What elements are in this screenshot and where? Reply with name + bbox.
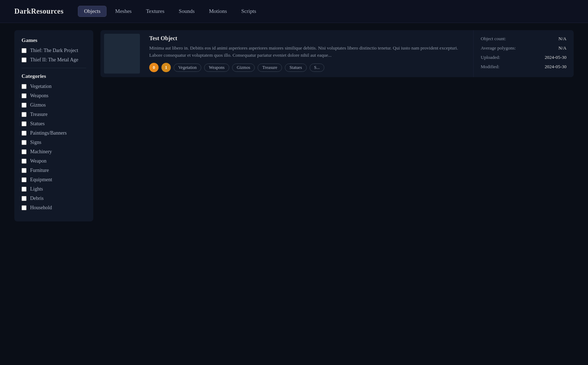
gizmos-label: Gizmos	[30, 102, 46, 108]
paintings-checkbox[interactable]	[22, 131, 27, 136]
statues-label: Statues	[30, 121, 44, 127]
navigation: DarkResources Objects Meshes Textures So…	[0, 0, 588, 23]
avg-polygons-value: N/A	[559, 45, 566, 51]
sidebar-item-statues[interactable]: Statues	[22, 121, 86, 127]
nav-item-meshes[interactable]: Meshes	[109, 6, 137, 17]
avg-polygons-label: Average polygons:	[481, 45, 516, 51]
vegetation-checkbox[interactable]	[22, 84, 27, 89]
thief1-checkbox[interactable]	[22, 48, 27, 53]
signs-checkbox[interactable]	[22, 140, 27, 145]
gizmos-checkbox[interactable]	[22, 103, 27, 108]
object-tags-row: 0 1 Vegetation Weapons Gizmos Treasure S…	[149, 63, 467, 72]
stat-row-uploaded: Uploaded: 2024-05-30	[481, 55, 566, 60]
nav-item-scripts[interactable]: Scripts	[236, 6, 262, 17]
thief2-checkbox[interactable]	[22, 57, 27, 62]
uploaded-value: 2024-05-30	[545, 55, 566, 60]
sidebar: Games Thief: The Dark Project Thief II: …	[14, 30, 93, 221]
thief1-label: Thief: The Dark Project	[30, 48, 78, 53]
stat-row-modified: Modified: 2024-05-30	[481, 64, 566, 70]
object-card: Test Object Minima aut libero in. Debiti…	[100, 30, 574, 77]
paintings-label: Paintings/Banners	[30, 130, 67, 136]
weapon-label: Weapon	[30, 158, 47, 164]
object-description: Minima aut libero in. Debitis eos id ani…	[149, 45, 467, 59]
sidebar-item-paintings[interactable]: Paintings/Banners	[22, 130, 86, 136]
weapons-label: Weapons	[30, 93, 48, 99]
lights-checkbox[interactable]	[22, 187, 27, 192]
categories-section-title: Categories	[22, 73, 86, 79]
statues-checkbox[interactable]	[22, 121, 27, 126]
sidebar-item-thief1[interactable]: Thief: The Dark Project	[22, 48, 86, 53]
modified-value: 2024-05-30	[545, 64, 566, 70]
object-thumbnail	[104, 34, 140, 74]
sidebar-item-signs[interactable]: Signs	[22, 140, 86, 145]
modified-label: Modified:	[481, 64, 499, 70]
weapon-checkbox[interactable]	[22, 159, 27, 164]
furniture-checkbox[interactable]	[22, 168, 27, 173]
sidebar-item-thief2[interactable]: Thief II: The Metal Age	[22, 57, 86, 63]
sidebar-divider	[22, 68, 86, 68]
furniture-label: Furniture	[30, 168, 49, 173]
tag-badge-1: 1	[161, 63, 171, 72]
machinery-label: Machinery	[30, 149, 52, 155]
equipment-label: Equipment	[30, 177, 52, 183]
sidebar-item-treasure[interactable]: Treasure	[22, 112, 86, 117]
weapons-checkbox[interactable]	[22, 93, 27, 98]
lights-label: Lights	[30, 186, 43, 192]
tag-pill-statues[interactable]: Statues	[285, 64, 307, 72]
sidebar-item-weapons[interactable]: Weapons	[22, 93, 86, 99]
games-section-title: Games	[22, 37, 86, 43]
object-title: Test Object	[149, 35, 467, 42]
uploaded-label: Uploaded:	[481, 55, 500, 60]
nav-items: Objects Meshes Textures Sounds Motions S…	[78, 6, 262, 17]
nav-item-textures[interactable]: Textures	[140, 6, 170, 17]
sidebar-item-gizmos[interactable]: Gizmos	[22, 102, 86, 108]
thief2-label: Thief II: The Metal Age	[30, 57, 78, 63]
object-count-value: N/A	[559, 36, 566, 42]
sidebar-item-lights[interactable]: Lights	[22, 186, 86, 192]
sidebar-item-furniture[interactable]: Furniture	[22, 168, 86, 173]
object-info: Test Object Minima aut libero in. Debiti…	[144, 30, 473, 77]
nav-item-objects[interactable]: Objects	[78, 6, 107, 17]
treasure-label: Treasure	[30, 112, 47, 117]
tag-pill-weapons[interactable]: Weapons	[204, 64, 229, 72]
tag-pill-gizmos[interactable]: Gizmos	[232, 64, 255, 72]
household-checkbox[interactable]	[22, 205, 27, 210]
vegetation-label: Vegetation	[30, 84, 52, 89]
machinery-checkbox[interactable]	[22, 149, 27, 154]
sidebar-item-weapon[interactable]: Weapon	[22, 158, 86, 164]
main-container: Games Thief: The Dark Project Thief II: …	[0, 23, 588, 229]
object-count-label: Object count:	[481, 36, 506, 42]
tag-pill-vegetation[interactable]: Vegetation	[174, 64, 201, 72]
treasure-checkbox[interactable]	[22, 112, 27, 117]
sidebar-item-machinery[interactable]: Machinery	[22, 149, 86, 155]
tag-pill-treasure[interactable]: Treasure	[258, 64, 282, 72]
nav-item-motions[interactable]: Motions	[203, 6, 233, 17]
tag-pill-more[interactable]: S...	[310, 64, 325, 72]
stats-panel: Object count: N/A Average polygons: N/A …	[473, 30, 574, 77]
debris-checkbox[interactable]	[22, 196, 27, 201]
content-area: Test Object Minima aut libero in. Debiti…	[100, 30, 574, 221]
household-label: Household	[30, 205, 52, 211]
tag-badge-0: 0	[149, 63, 159, 72]
debris-label: Debris	[30, 196, 43, 201]
app-logo: DarkResources	[14, 7, 63, 15]
stat-row-object-count: Object count: N/A	[481, 36, 566, 42]
sidebar-item-vegetation[interactable]: Vegetation	[22, 84, 86, 89]
signs-label: Signs	[30, 140, 41, 145]
equipment-checkbox[interactable]	[22, 177, 27, 182]
sidebar-item-household[interactable]: Household	[22, 205, 86, 211]
sidebar-item-equipment[interactable]: Equipment	[22, 177, 86, 183]
sidebar-item-debris[interactable]: Debris	[22, 196, 86, 201]
nav-item-sounds[interactable]: Sounds	[173, 6, 200, 17]
stat-row-avg-polygons: Average polygons: N/A	[481, 45, 566, 51]
